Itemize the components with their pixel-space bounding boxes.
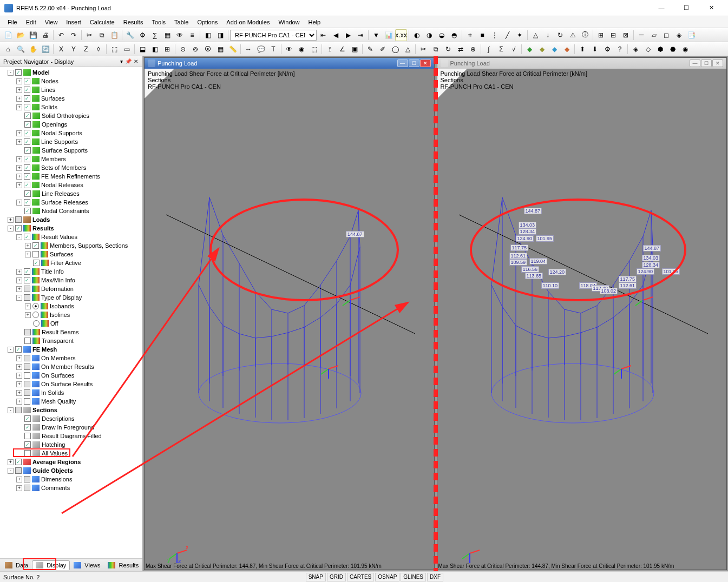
tree-item[interactable]: +On Member Results [1,362,141,371]
surface-icon[interactable]: ▱ [648,29,660,41]
tree-item[interactable]: -Model [1,68,141,77]
tree-item[interactable]: -Result Values [1,233,141,241]
view-icon[interactable]: 👁 [174,29,186,41]
checkbox-icon[interactable] [15,346,22,353]
checkbox-icon[interactable] [24,372,30,379]
tree-item[interactable]: Off [1,319,141,328]
expander-icon[interactable]: + [16,130,22,136]
tree-item[interactable]: Descriptions [1,414,141,423]
checkbox-icon[interactable] [24,433,31,439]
tree-item[interactable]: Surface Supports [1,146,141,155]
tree-item[interactable]: +●Isobands [1,302,141,310]
iso-icon[interactable]: ◊ [93,43,104,55]
expander-icon[interactable]: + [16,174,22,180]
checkbox-icon[interactable] [24,338,31,344]
expander-icon[interactable]: + [25,252,31,257]
tree-item[interactable]: +Title Info [1,267,141,276]
wire-icon[interactable]: ⌗ [464,29,476,41]
pan-icon[interactable]: ✋ [27,43,39,55]
settings-icon[interactable]: ⚙ [601,43,613,55]
menu-tools[interactable]: Tools [147,18,170,27]
checkbox-icon[interactable] [24,286,30,292]
tree-item[interactable]: Draw in Foreground [1,423,141,432]
tree-item[interactable]: Solid Orthotropies [1,111,141,120]
save-icon[interactable]: 💾 [27,29,39,41]
edit5-icon[interactable]: ⊕ [467,43,479,55]
expander-icon[interactable]: + [16,477,22,482]
expander-icon[interactable]: + [16,364,22,370]
draw4-icon[interactable]: △ [402,43,414,55]
view-y-icon[interactable]: Y [68,43,80,55]
tree-item[interactable]: +Deformation [1,285,141,293]
expander-icon[interactable]: + [25,312,31,318]
checkbox-icon[interactable] [24,389,30,396]
checkbox-icon[interactable] [32,251,39,257]
navigator-tree[interactable]: -Model+Nodes+Lines+Surfaces+SolidsSolid … [0,67,142,558]
expander-icon[interactable]: + [16,87,22,93]
color3-icon[interactable]: ◆ [548,43,560,55]
tree-item[interactable]: +Sets of Members [1,163,141,172]
show-icon[interactable]: ◉ [296,43,307,55]
checkbox-icon[interactable] [24,277,30,283]
area-icon[interactable]: ▣ [349,43,360,55]
tree-item[interactable]: +Comments [1,484,141,492]
opening-icon[interactable]: ◻ [660,29,672,41]
view-z-icon[interactable]: Z [80,43,92,55]
minimize-button[interactable]: — [649,0,674,16]
menu-options[interactable]: Options [193,18,222,27]
expander-icon[interactable]: + [16,78,22,84]
tree-item[interactable]: All Values [1,449,141,458]
angle-icon[interactable]: ∠ [336,43,348,55]
tree-item[interactable]: +On Surface Results [1,380,141,388]
checkbox-icon[interactable] [24,329,31,335]
view-maximize-icon[interactable]: ☐ [409,59,419,67]
view-minimize-icon[interactable]: — [690,59,700,67]
tree-item[interactable]: +Average Regions [1,458,141,466]
tree-item[interactable]: +Lines [1,85,141,94]
checkbox-icon[interactable] [24,476,30,482]
expander-icon[interactable]: + [16,165,22,171]
expander-icon[interactable]: + [16,182,22,188]
misc3-icon[interactable]: ⬢ [654,43,666,55]
checkbox-icon[interactable] [24,398,30,405]
maximize-button[interactable]: ☐ [674,0,699,16]
checkbox-icon[interactable] [33,260,40,266]
view-x-icon[interactable]: X [55,43,67,55]
checkbox-icon[interactable] [24,138,30,145]
tree-item[interactable]: -Guide Objects [1,466,141,475]
info-icon[interactable]: ⓘ [579,29,591,41]
checkbox-icon[interactable] [32,242,39,249]
tree-item[interactable]: Line Releases [1,189,141,198]
checkbox-icon[interactable] [15,225,22,232]
tree-item[interactable]: +Dimensions [1,475,141,484]
tree-item[interactable]: +Members, Supports, Sections [1,241,141,250]
member-icon[interactable]: ═ [635,29,647,41]
home-icon[interactable]: ⌂ [2,43,14,55]
tree-item[interactable]: +On Members [1,354,141,362]
expander-icon[interactable]: + [16,286,22,292]
expander-icon[interactable]: + [8,459,14,465]
expander-icon[interactable]: + [16,381,22,387]
checkbox-icon[interactable] [15,69,22,76]
expander-icon[interactable]: + [16,399,22,405]
view-close-icon[interactable]: ✕ [712,59,723,67]
checkbox-icon[interactable] [24,355,30,361]
gear-icon[interactable]: ⚙ [136,29,148,41]
status-osnap[interactable]: OSNAP [375,573,399,581]
expander-icon[interactable]: + [16,96,22,102]
menu-calculate[interactable]: Calculate [86,18,119,27]
analysis1-icon[interactable]: ∫ [483,43,495,55]
tree-item[interactable]: +On Surfaces [1,371,141,380]
color4-icon[interactable]: ◆ [561,43,573,55]
view-minimize-icon[interactable]: — [397,59,408,67]
menu-file[interactable]: File [3,18,22,27]
split-v-icon[interactable]: ◧ [149,43,161,55]
nav-prev-icon[interactable]: ◀ [330,29,342,41]
menu-view[interactable]: View [41,18,62,27]
tree-item[interactable]: +Members [1,155,141,163]
tree-item[interactable]: Hatching [1,440,141,449]
radio-icon[interactable] [32,312,39,318]
status-snap[interactable]: SNAP [306,573,326,581]
axes-icon[interactable]: ✦ [514,29,526,41]
tree-item[interactable]: -FE Mesh [1,345,141,354]
